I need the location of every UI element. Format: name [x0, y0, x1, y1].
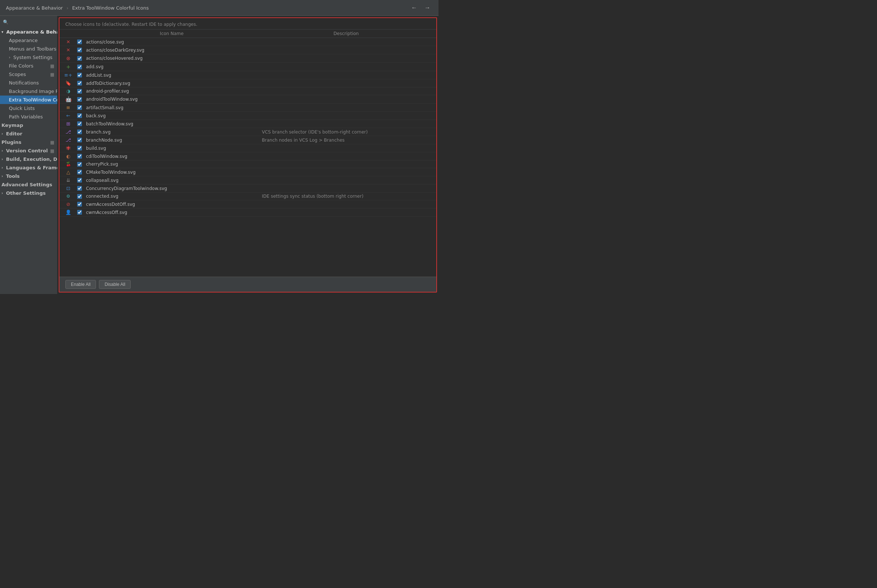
row-checkbox-cell[interactable]	[74, 138, 84, 142]
sidebar-item-label: Background Image Plus	[9, 88, 57, 94]
sidebar-item-notifications[interactable]: Notifications	[0, 79, 57, 87]
sidebar-item-path-variables[interactable]: Path Variables	[0, 112, 57, 121]
row-checkbox-cell[interactable]	[74, 186, 84, 191]
row-checkbox[interactable]	[77, 138, 82, 142]
row-checkbox[interactable]	[77, 154, 82, 159]
row-checkbox[interactable]	[77, 210, 82, 215]
row-checkbox-cell[interactable]	[74, 105, 84, 110]
row-checkbox-cell[interactable]	[74, 170, 84, 174]
row-checkbox-cell[interactable]	[74, 178, 84, 183]
row-checkbox-cell[interactable]	[74, 56, 84, 61]
row-checkbox[interactable]	[77, 56, 82, 61]
row-checkbox-cell[interactable]	[74, 89, 84, 94]
icon-table-body: ✕ actions/close.svg ✕ actions/closeDarkG…	[59, 38, 436, 277]
sidebar-item-plugins[interactable]: Plugins▦	[0, 138, 57, 147]
row-checkbox[interactable]	[77, 129, 82, 134]
sidebar-item-appearance[interactable]: Appearance	[0, 36, 57, 45]
sidebar-item-label: Tools	[6, 173, 20, 179]
row-icon-name: branch.svg	[84, 129, 259, 135]
row-checkbox[interactable]	[77, 113, 82, 118]
sidebar-item-languages-frameworks[interactable]: ›Languages & Frameworks	[0, 164, 57, 172]
row-checkbox-cell[interactable]	[74, 73, 84, 78]
row-checkbox[interactable]	[77, 39, 82, 44]
sidebar-item-quick-lists[interactable]: Quick Lists	[0, 104, 57, 112]
row-checkbox[interactable]	[77, 162, 82, 167]
row-icon-name: cwmAccessOff.svg	[84, 210, 259, 215]
sidebar-item-version-control[interactable]: ›Version Control▦	[0, 147, 57, 155]
row-checkbox[interactable]	[77, 48, 82, 52]
table-row: ← back.svg	[59, 112, 436, 120]
row-icon-name: add.svg	[84, 64, 259, 69]
table-row: 🤖 androidToolWindow.svg	[59, 95, 436, 104]
row-checkbox[interactable]	[77, 186, 82, 191]
sidebar-item-keymap[interactable]: Keymap	[0, 121, 57, 129]
chevron-right-icon: ›	[2, 191, 3, 195]
row-icon: ⎇	[62, 137, 74, 143]
row-checkbox-cell[interactable]	[74, 97, 84, 102]
sidebar-item-appearance-behavior[interactable]: ▾Appearance & Behavior	[0, 28, 57, 36]
row-icon-name: back.svg	[84, 113, 259, 118]
sidebar-item-extra-toolwindow[interactable]: Extra ToolWindow Colorful Icons	[0, 96, 57, 104]
row-checkbox[interactable]	[77, 170, 82, 174]
icon-symbol: ⇊	[66, 177, 71, 183]
row-checkbox[interactable]	[77, 194, 82, 199]
row-checkbox[interactable]	[77, 122, 82, 126]
sidebar-item-advanced-settings[interactable]: Advanced Settings	[0, 180, 57, 189]
sidebar-item-background-image-plus[interactable]: Background Image Plus	[0, 87, 57, 96]
row-checkbox-cell[interactable]	[74, 64, 84, 69]
sidebar-item-scopes[interactable]: Scopes▦	[0, 70, 57, 79]
sidebar-item-label: Path Variables	[9, 114, 43, 120]
row-checkbox-cell[interactable]	[74, 162, 84, 167]
row-icon: ⊞	[62, 121, 74, 126]
row-icon-name: cwmAccessDotOff.svg	[84, 202, 259, 207]
row-checkbox[interactable]	[77, 146, 82, 150]
back-button[interactable]: ←	[409, 4, 419, 12]
row-icon: ≡	[62, 105, 74, 110]
row-icon-name: addToDictionary.svg	[84, 81, 259, 86]
row-checkbox[interactable]	[77, 97, 82, 102]
row-checkbox-cell[interactable]	[74, 48, 84, 52]
content-hint: Choose icons to (de)activate. Restart ID…	[59, 18, 436, 30]
row-checkbox-cell[interactable]	[74, 39, 84, 44]
row-checkbox[interactable]	[77, 178, 82, 183]
sidebar-item-build-execution[interactable]: ›Build, Execution, Deployment	[0, 155, 57, 164]
row-checkbox[interactable]	[77, 81, 82, 86]
row-icon-name: actions/closeDarkGrey.svg	[84, 48, 259, 53]
row-icon-desc: VCS branch selector (IDE's bottom-right …	[259, 129, 434, 135]
sidebar: 🔍 ▾Appearance & BehaviorAppearanceMenus …	[0, 16, 57, 294]
row-checkbox[interactable]	[77, 105, 82, 110]
row-checkbox[interactable]	[77, 64, 82, 69]
forward-button[interactable]: →	[422, 4, 433, 12]
table-row: ◐ cdiToolWindow.svg	[59, 152, 436, 160]
sidebar-item-system-settings[interactable]: ›System Settings	[0, 53, 57, 62]
row-checkbox-cell[interactable]	[74, 81, 84, 86]
sidebar-item-other-settings[interactable]: ›Other Settings	[0, 189, 57, 197]
row-checkbox-cell[interactable]	[74, 146, 84, 150]
row-checkbox-cell[interactable]	[74, 194, 84, 199]
chevron-right-icon: ›	[2, 157, 3, 161]
disable-all-button[interactable]: Disable All	[99, 280, 131, 289]
row-checkbox-cell[interactable]	[74, 154, 84, 159]
row-checkbox-cell[interactable]	[74, 129, 84, 134]
table-row: 🔖 addToDictionary.svg	[59, 79, 436, 87]
sidebar-item-label: Other Settings	[6, 190, 46, 196]
search-bar[interactable]: 🔍	[0, 18, 57, 26]
sidebar-item-file-colors[interactable]: File Colors▦	[0, 62, 57, 70]
row-checkbox-cell[interactable]	[74, 122, 84, 126]
row-icon: ⊡	[62, 186, 74, 191]
sidebar-item-label: Menus and Toolbars	[9, 46, 56, 52]
breadcrumb-part1: Appearance & Behavior	[6, 5, 63, 11]
icon-symbol: ✕	[66, 39, 71, 45]
row-checkbox-cell[interactable]	[74, 113, 84, 118]
enable-all-button[interactable]: Enable All	[65, 280, 96, 289]
row-checkbox[interactable]	[77, 89, 82, 94]
table-row: ◑ android-profiler.svg	[59, 87, 436, 95]
row-icon: ◑	[62, 88, 74, 94]
sidebar-item-tools[interactable]: ›Tools	[0, 172, 57, 180]
row-checkbox-cell[interactable]	[74, 210, 84, 215]
row-checkbox[interactable]	[77, 202, 82, 207]
sidebar-item-menus-toolbars[interactable]: Menus and Toolbars	[0, 45, 57, 53]
row-checkbox[interactable]	[77, 73, 82, 78]
sidebar-item-editor[interactable]: ›Editor	[0, 129, 57, 138]
row-checkbox-cell[interactable]	[74, 202, 84, 207]
